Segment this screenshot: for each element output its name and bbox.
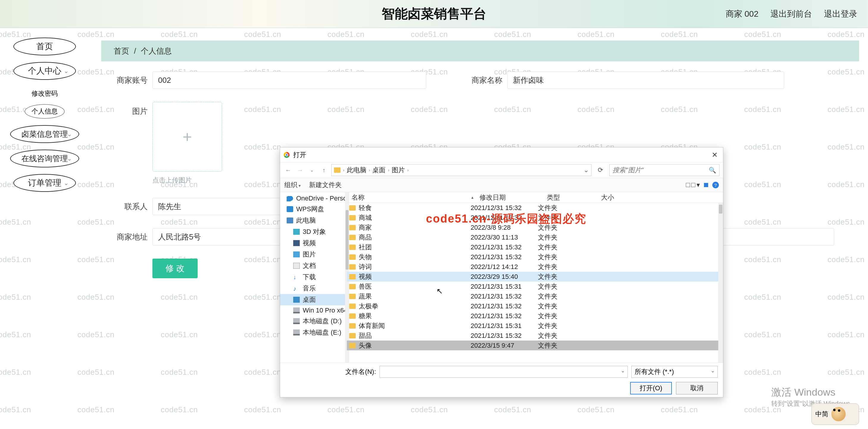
dialog-titlebar: 打开 ✕	[280, 147, 723, 162]
tree-node[interactable]: 本地磁盘 (E:)	[280, 327, 346, 338]
chevron-down-icon: ⌄	[64, 179, 69, 187]
breadcrumb-current: 个人信息	[141, 46, 172, 56]
nav-change-password[interactable]: 修改密码	[0, 86, 89, 101]
logout-link[interactable]: 退出登录	[824, 8, 857, 20]
chevron-down-icon: ⌄	[67, 131, 72, 138]
dialog-body: OneDrive - PersoWPS网盘此电脑3D 对象视频图片文档↓下载♪音…	[280, 192, 723, 363]
file-row[interactable]: 糖果2021/12/31 15:32文件夹	[347, 311, 723, 321]
file-row[interactable]: 失物2021/12/31 15:32文件夹	[347, 252, 723, 262]
file-row[interactable]: 头像2022/3/15 9:47文件夹	[347, 341, 723, 350]
pic-label: 图片	[107, 106, 148, 116]
tree-node[interactable]: ↓下载	[280, 271, 346, 283]
nav-order-manage[interactable]: 订单管理⌄	[13, 174, 76, 192]
col-size[interactable]: 大小	[599, 193, 723, 202]
shopname-label: 商家名称	[462, 75, 502, 86]
dialog-title: 打开	[293, 150, 306, 160]
ime-indicator[interactable]: 中简	[811, 403, 859, 425]
exit-front-link[interactable]: 退出到前台	[770, 8, 812, 20]
file-row[interactable]: 太极拳2021/12/31 15:32文件夹	[347, 301, 723, 311]
cancel-button[interactable]: 取消	[676, 382, 718, 395]
preview-pane-button[interactable]	[704, 183, 708, 187]
col-type[interactable]: 类型	[545, 193, 599, 202]
account-input[interactable]	[152, 72, 426, 89]
recent-dropdown[interactable]: ⌄	[308, 166, 316, 175]
col-date[interactable]: 修改日期	[477, 193, 545, 202]
breadcrumb-home[interactable]: 首页	[114, 46, 129, 56]
tree-node[interactable]: 图片	[280, 249, 346, 260]
tree-node[interactable]: ♪音乐	[280, 283, 346, 294]
file-row[interactable]: 商品2022/3/30 11:13文件夹	[347, 232, 723, 242]
filelist-scrollbar[interactable]	[718, 203, 723, 363]
shopname-input[interactable]	[507, 72, 784, 89]
tree-node[interactable]: 视频	[280, 237, 346, 249]
tree-node[interactable]: 文档	[280, 260, 346, 271]
search-bar[interactable]: 🔍	[609, 164, 719, 176]
file-row[interactable]: 视频2022/3/29 15:40文件夹	[347, 272, 723, 282]
merchant-link[interactable]: 商家 002	[726, 8, 759, 20]
tree-node[interactable]: 桌面	[280, 294, 346, 305]
file-row[interactable]: 商家2022/3/8 9:28文件夹	[347, 223, 723, 232]
forward-button[interactable]: →	[296, 166, 305, 175]
sogou-dog-icon	[831, 407, 846, 421]
dialog-toolbar: 组织 新建文件夹 ▾ ?	[280, 178, 723, 192]
account-label: 商家账号	[107, 75, 148, 86]
chrome-icon	[284, 152, 290, 158]
col-name[interactable]: 名称	[349, 193, 471, 202]
file-row[interactable]: 甜品2021/12/31 15:32文件夹	[347, 331, 723, 341]
file-row[interactable]: 诗词2022/1/12 14:12文件夹	[347, 262, 723, 272]
folder-tree[interactable]: OneDrive - PersoWPS网盘此电脑3D 对象视频图片文档↓下载♪音…	[280, 192, 347, 363]
upload-box[interactable]: +	[152, 102, 222, 172]
search-input[interactable]	[613, 166, 709, 174]
new-folder-button[interactable]: 新建文件夹	[309, 180, 342, 190]
tree-node[interactable]: 3D 对象	[280, 226, 346, 237]
sort-indicator-icon: ▲	[471, 195, 474, 200]
file-row[interactable]: 兽医2021/12/31 15:31文件夹	[347, 282, 723, 291]
nav-lucai-manage[interactable]: 卤菜信息管理⌄	[10, 125, 79, 143]
tree-node[interactable]: OneDrive - Perso	[280, 193, 346, 203]
nav-personal-info[interactable]: 个人信息	[25, 104, 65, 119]
file-pane: code51.cn-源码乐园盗图必究 名称▲ 修改日期 类型 大小 轻食2021…	[347, 192, 723, 363]
breadcrumb-sep: /	[134, 47, 136, 56]
header-bar: 智能卤菜销售平台 商家 002 退出到前台 退出登录	[0, 0, 868, 28]
app-title: 智能卤菜销售平台	[382, 5, 486, 23]
file-row[interactable]: 社团2021/12/31 15:32文件夹	[347, 242, 723, 252]
filetype-select[interactable]: 所有文件 (*.*)	[631, 366, 718, 378]
header-right-links: 商家 002 退出到前台 退出登录	[726, 0, 858, 28]
nav-personal[interactable]: 个人中心⌄	[13, 62, 76, 80]
file-row[interactable]: 体育新闻2021/12/31 15:31文件夹	[347, 321, 723, 331]
nav-consult-manage[interactable]: 在线咨询管理⌄	[10, 149, 79, 167]
filename-input[interactable]	[379, 366, 628, 378]
contact-label: 联系人	[107, 201, 148, 212]
dialog-navrow: ← → ⌄ ↑ › 此电脑› 桌面› 图片› ⌄ ⟳ 🔍	[280, 162, 723, 178]
open-button[interactable]: 打开(O)	[630, 382, 672, 395]
view-mode-button[interactable]: ▾	[686, 181, 700, 189]
chevron-down-icon: ⌄	[64, 67, 69, 75]
submit-button[interactable]: 修 改	[152, 259, 198, 278]
folder-icon	[334, 167, 341, 173]
tree-node[interactable]: WPS网盘	[280, 203, 346, 215]
refresh-button[interactable]: ⟳	[594, 164, 606, 176]
file-row[interactable]: 蔬果2021/12/31 15:32文件夹	[347, 291, 723, 301]
chevron-down-icon: ⌄	[67, 155, 72, 162]
tree-node[interactable]: 本地磁盘 (D:)	[280, 315, 346, 327]
path-dropdown-icon[interactable]: ⌄	[583, 166, 589, 174]
tree-node[interactable]: 此电脑	[280, 215, 346, 226]
close-button[interactable]: ✕	[706, 147, 723, 162]
back-button[interactable]: ←	[284, 166, 292, 175]
tree-node[interactable]: Win 10 Pro x64	[280, 305, 346, 315]
file-row[interactable]: 轻食2021/12/31 15:32文件夹	[347, 203, 723, 213]
path-seg-2[interactable]: 图片	[392, 166, 405, 175]
file-list-header[interactable]: 名称▲ 修改日期 类型 大小	[347, 192, 723, 203]
file-list[interactable]: 轻食2021/12/31 15:32文件夹商城2021/12/31 15:32文…	[347, 203, 723, 363]
search-icon: 🔍	[709, 167, 716, 174]
nav-home[interactable]: 首页	[13, 37, 76, 55]
path-bar[interactable]: › 此电脑› 桌面› 图片› ⌄	[331, 164, 591, 176]
up-button[interactable]: ↑	[319, 166, 328, 175]
filename-label: 文件名(N):	[345, 367, 376, 376]
breadcrumb: 首页 / 个人信息	[101, 40, 859, 61]
path-seg-1[interactable]: 桌面	[372, 166, 385, 175]
file-row[interactable]: 商城2021/12/31 15:32文件夹	[347, 213, 723, 223]
path-seg-0[interactable]: 此电脑	[347, 166, 366, 175]
organize-menu[interactable]: 组织	[284, 180, 301, 190]
help-button[interactable]: ?	[712, 182, 719, 188]
